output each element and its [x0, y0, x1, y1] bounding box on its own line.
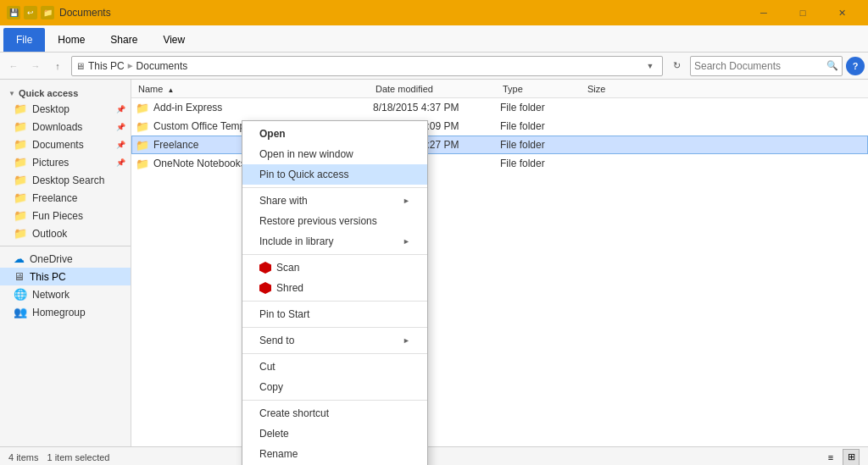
- tab-share[interactable]: Share: [97, 28, 150, 52]
- breadcrumb-sep: ►: [126, 61, 135, 70]
- column-headers: Name ▲ Date modified Type Size: [131, 80, 868, 98]
- col-header-size[interactable]: Size: [584, 84, 652, 94]
- col-header-date[interactable]: Date modified: [372, 84, 499, 94]
- breadcrumb: This PC ► Documents: [88, 60, 187, 72]
- minimize-button[interactable]: ─: [744, 0, 783, 25]
- sidebar-item-label: Desktop Search: [32, 174, 104, 186]
- ctx-open-new-window[interactable]: Open in new window: [242, 144, 427, 164]
- close-button[interactable]: ✕: [822, 0, 861, 25]
- details-view-button[interactable]: ≡: [822, 449, 839, 466]
- ctx-delete[interactable]: Delete: [242, 423, 427, 444]
- table-row[interactable]: 📁 Add-in Express 8/18/2015 4:37 PM File …: [131, 98, 868, 117]
- search-icon[interactable]: 🔍: [826, 60, 838, 71]
- sidebar-item-desktop-search[interactable]: 📁 Desktop Search: [0, 171, 131, 189]
- sidebar-item-pictures[interactable]: 📁 Pictures 📌: [0, 153, 131, 171]
- window-title: Documents: [59, 7, 739, 19]
- ctx-separator-1: [242, 187, 427, 188]
- sidebar-item-label: This PC: [30, 271, 66, 283]
- breadcrumb-this-pc[interactable]: This PC: [88, 60, 125, 72]
- ctx-separator-2: [242, 254, 427, 255]
- sidebar-item-label: Downloads: [32, 121, 82, 133]
- sidebar-item-label: Pictures: [32, 157, 69, 169]
- fun-pieces-folder-icon: 📁: [14, 209, 27, 222]
- network-icon: 🌐: [14, 288, 27, 301]
- ctx-separator-6: [242, 400, 427, 401]
- address-icon: 🖥: [75, 61, 85, 71]
- tab-file[interactable]: File: [3, 28, 45, 52]
- file-list-area: Name ▲ Date modified Type Size 📁 Add-in …: [131, 80, 868, 446]
- sidebar-item-onedrive[interactable]: ☁ OneDrive: [0, 250, 131, 268]
- sidebar-item-documents[interactable]: 📁 Documents 📌: [0, 136, 131, 153]
- ctx-restore-previous[interactable]: Restore previous versions: [242, 211, 427, 231]
- address-bar-container: ← → ↑ 🖥 This PC ► Documents ▼ ↻ 🔍 ?: [0, 53, 868, 80]
- ctx-cut[interactable]: Cut: [242, 357, 427, 377]
- ctx-pin-quick-access[interactable]: Pin to Quick access: [242, 164, 427, 185]
- item-count: 4 items: [8, 452, 38, 462]
- sidebar-item-label: Fun Pieces: [32, 210, 83, 222]
- shield-shred-icon: [259, 282, 271, 294]
- ctx-scan[interactable]: Scan: [242, 257, 427, 278]
- address-bar[interactable]: 🖥 This PC ► Documents ▼: [71, 56, 663, 76]
- documents-folder-icon: 📁: [14, 138, 27, 151]
- sidebar-item-network[interactable]: 🌐 Network: [0, 285, 131, 303]
- context-menu: Open Open in new window Pin to Quick acc…: [242, 120, 428, 465]
- folder-icon: 📁: [136, 120, 149, 133]
- address-dropdown-button[interactable]: ▼: [642, 57, 659, 75]
- desktop-folder-icon: 📁: [14, 102, 27, 115]
- main-layout: ▼ Quick access 📁 Desktop 📌 📁 Downloads 📌…: [0, 80, 868, 446]
- ctx-open[interactable]: Open: [242, 124, 427, 144]
- help-button[interactable]: ?: [846, 57, 865, 75]
- sidebar-item-outlook[interactable]: 📁 Outlook: [0, 224, 131, 242]
- freelance-folder-icon: 📁: [14, 191, 27, 204]
- up-button[interactable]: ↑: [47, 56, 68, 76]
- sidebar-item-label: Network: [32, 289, 70, 301]
- search-bar[interactable]: 🔍: [690, 56, 843, 76]
- submenu-arrow-icon: ►: [403, 336, 410, 345]
- ctx-shred[interactable]: Shred: [242, 278, 427, 298]
- search-input[interactable]: [694, 60, 826, 72]
- sidebar-divider-1: [0, 246, 131, 246]
- sidebar-item-downloads[interactable]: 📁 Downloads 📌: [0, 118, 131, 136]
- onedrive-icon: ☁: [14, 252, 25, 265]
- sidebar-item-freelance[interactable]: 📁 Freelance: [0, 189, 131, 207]
- col-header-name[interactable]: Name ▲: [135, 84, 372, 94]
- maximize-button[interactable]: □: [783, 0, 822, 25]
- ctx-send-to[interactable]: Send to ►: [242, 330, 427, 351]
- file-name-cell: 📁 Add-in Express: [136, 102, 373, 114]
- ctx-create-shortcut[interactable]: Create shortcut: [242, 403, 427, 423]
- breadcrumb-documents[interactable]: Documents: [136, 60, 188, 72]
- sidebar-item-label: Desktop: [32, 103, 70, 115]
- chevron-icon: ▼: [8, 90, 15, 97]
- file-type-cell: File folder: [500, 139, 585, 151]
- nav-buttons: ← → ↑: [3, 56, 68, 76]
- title-bar: 💾 ↩ 📁 Documents ─ □ ✕: [0, 0, 868, 25]
- sidebar-item-label: Outlook: [32, 228, 67, 240]
- sidebar-item-fun-pieces[interactable]: 📁 Fun Pieces: [0, 207, 131, 224]
- ctx-share-with[interactable]: Share with ►: [242, 191, 427, 211]
- ctx-rename[interactable]: Rename: [242, 444, 427, 464]
- title-bar-icons: 💾 ↩ 📁: [7, 6, 54, 19]
- pin-icon: 📌: [116, 105, 125, 113]
- sidebar-section-quick-access[interactable]: ▼ Quick access: [0, 83, 131, 100]
- sidebar-item-homegroup[interactable]: 👥 Homegroup: [0, 303, 131, 321]
- col-header-type[interactable]: Type: [499, 84, 584, 94]
- folder-icon: 📁: [136, 102, 149, 114]
- ribbon-tabs: File Home Share View: [0, 25, 868, 52]
- tab-view[interactable]: View: [150, 28, 198, 52]
- sidebar-item-desktop[interactable]: 📁 Desktop 📌: [0, 100, 131, 118]
- tiles-view-button[interactable]: ⊞: [843, 449, 860, 466]
- pin-icon: 📌: [116, 123, 125, 131]
- ctx-include-library[interactable]: Include in library ►: [242, 231, 427, 252]
- sidebar-item-this-pc[interactable]: 🖥 This PC: [0, 268, 131, 285]
- ctx-pin-start[interactable]: Pin to Start: [242, 304, 427, 324]
- sidebar: ▼ Quick access 📁 Desktop 📌 📁 Downloads 📌…: [0, 80, 131, 446]
- tab-home[interactable]: Home: [45, 28, 97, 52]
- outlook-folder-icon: 📁: [14, 227, 27, 240]
- ribbon: File Home Share View: [0, 25, 868, 53]
- forward-button[interactable]: →: [25, 56, 46, 76]
- pin-icon: 📌: [116, 158, 125, 167]
- shield-scan-icon: [259, 262, 271, 274]
- back-button[interactable]: ←: [3, 56, 24, 76]
- refresh-button[interactable]: ↻: [666, 56, 687, 76]
- ctx-copy[interactable]: Copy: [242, 377, 427, 397]
